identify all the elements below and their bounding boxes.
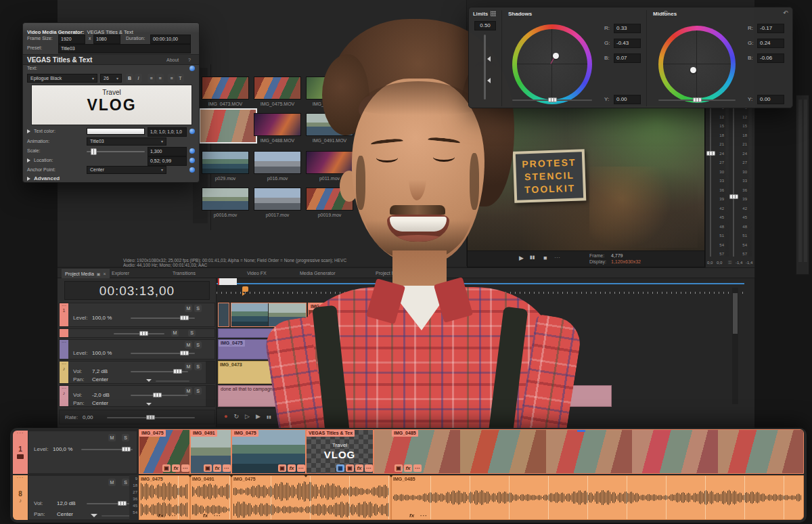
- close-icon[interactable]: ×: [103, 271, 106, 276]
- dock-icon[interactable]: ▣: [97, 271, 101, 276]
- bold-button[interactable]: B: [126, 74, 133, 83]
- solo-button[interactable]: S: [194, 363, 202, 370]
- solo-button[interactable]: S: [194, 387, 202, 395]
- timecode-display[interactable]: 00:03:13,00: [64, 281, 210, 300]
- anchor-point-dropdown[interactable]: Center ▾: [87, 166, 166, 174]
- solo-button[interactable]: S: [188, 330, 196, 336]
- text-color-swatch[interactable]: [87, 128, 145, 135]
- solo-button[interactable]: S: [122, 434, 129, 441]
- mute-button[interactable]: M: [185, 305, 192, 312]
- mute-button[interactable]: M: [185, 363, 192, 370]
- strip-title-clip[interactable]: VEGAS Titles & Tex Travel VLOG ▦ ▣ fx ··…: [306, 429, 374, 474]
- clip-more-button[interactable]: ···: [420, 512, 428, 519]
- track-color-tab[interactable]: ···♪: [60, 362, 68, 383]
- about-link[interactable]: About: [166, 58, 179, 62]
- mute-button[interactable]: M: [185, 341, 192, 349]
- advanced-row[interactable]: Advanced: [23, 175, 199, 183]
- fx-button[interactable]: fx: [203, 512, 208, 519]
- midtones-b-value[interactable]: -0.06: [757, 53, 784, 63]
- animate-icon[interactable]: [189, 167, 195, 173]
- pan-dropdown-arrow[interactable]: [146, 403, 152, 406]
- track-header-1[interactable]: ···1 M S Level: 100,0 %: [59, 303, 215, 327]
- mute-button[interactable]: M: [108, 479, 116, 486]
- mute-button[interactable]: M: [108, 434, 116, 441]
- master-fader-right[interactable]: [733, 106, 734, 257]
- strip-audio-clip[interactable]: IMG_0475 fx ···: [139, 475, 190, 520]
- strip-audio-clip[interactable]: IMG_0491 fx ···: [190, 475, 231, 520]
- clip-more-button[interactable]: ···: [365, 464, 373, 472]
- limits-slider-mark[interactable]: [487, 78, 491, 83]
- pan-dropdown-arrow[interactable]: [146, 379, 152, 382]
- wheel-indicator-dot[interactable]: [690, 67, 696, 73]
- level-slider-handle[interactable]: [139, 331, 148, 336]
- align-right-button[interactable]: ≡: [168, 74, 175, 83]
- animate-icon[interactable]: [189, 158, 195, 163]
- strip-video-clip[interactable]: IMG_0485 ▣ fx ···: [374, 429, 804, 474]
- clip-more-button[interactable]: ···: [181, 464, 189, 472]
- play-from-start-button[interactable]: ▷: [245, 413, 250, 420]
- track-tag[interactable]: Track 1: [218, 278, 237, 285]
- frame-width-field[interactable]: 1920: [58, 35, 85, 44]
- fx-button[interactable]: fx: [213, 464, 221, 472]
- grip-icon[interactable]: ···: [13, 475, 28, 481]
- clip-more-button[interactable]: ···: [297, 464, 305, 472]
- help-icon[interactable]: ?: [188, 58, 191, 62]
- clip-more-button[interactable]: ···: [169, 512, 177, 519]
- strip-audio-header[interactable]: M S Vol: 12,0 dB Pan: Center: [28, 475, 137, 520]
- strip-video-clip[interactable]: IMG_0491 ▣ fx ···: [190, 429, 231, 474]
- master-fader-left[interactable]: [710, 106, 711, 257]
- expand-arrow-icon[interactable]: [27, 158, 30, 162]
- midtones-y-handle[interactable]: [693, 97, 702, 102]
- trim-handle[interactable]: [577, 430, 585, 432]
- strip-video-clip[interactable]: IMG_0475 ▣ fx ···: [139, 429, 190, 474]
- pan-slider[interactable]: [156, 380, 189, 382]
- tab-project-media[interactable]: Project Media ▣ ×: [62, 269, 110, 278]
- preset-field[interactable]: Title03: [58, 44, 191, 53]
- lock-icon[interactable]: ⚿: [728, 260, 731, 265]
- tab-explorer[interactable]: Explorer: [112, 271, 129, 276]
- scrollbar-thumb[interactable]: [733, 293, 738, 334]
- expand-arrow-icon[interactable]: [27, 129, 30, 133]
- level-slider-handle[interactable]: [180, 315, 189, 320]
- strip-audio-color-tab[interactable]: ··· 8 ♪: [13, 475, 28, 520]
- solo-button[interactable]: S: [194, 341, 202, 349]
- location-value[interactable]: 0,52; 0,99: [148, 156, 187, 166]
- shadows-r-value[interactable]: 0.33: [614, 24, 641, 33]
- clip-more-button[interactable]: ···: [413, 464, 422, 472]
- italic-button[interactable]: I: [135, 74, 142, 83]
- track-header-2[interactable]: M S: [59, 328, 215, 338]
- animate-icon[interactable]: [189, 129, 195, 134]
- mute-button[interactable]: M: [185, 387, 192, 395]
- track-color-tab[interactable]: ···♪: [60, 386, 68, 406]
- fx-button[interactable]: fx: [409, 512, 414, 519]
- dialog-titlebar[interactable]: Video Media Generator: VEGAS Titles & Te…: [23, 23, 199, 32]
- shadows-y-handle[interactable]: [548, 97, 557, 102]
- font-family-dropdown[interactable]: Epilogue Black ▾: [27, 74, 97, 83]
- crop-button[interactable]: ▣: [346, 464, 354, 472]
- strip-video-header[interactable]: M S Level: 100,0 %: [28, 431, 137, 474]
- crop-button[interactable]: ▣: [394, 464, 403, 472]
- strip-audio-clip[interactable]: IMG_0475: [231, 475, 391, 520]
- generated-media-button[interactable]: ▦: [336, 464, 344, 472]
- limits-value[interactable]: 0.50: [474, 21, 496, 30]
- limits-slider-mark[interactable]: [487, 56, 491, 62]
- title-preview[interactable]: Travel VLOG: [31, 85, 192, 125]
- crop-button[interactable]: ▣: [278, 464, 286, 472]
- animate-icon[interactable]: [189, 66, 195, 71]
- fx-button[interactable]: fx: [288, 464, 296, 472]
- track-color-tab[interactable]: ···1: [60, 303, 68, 326]
- rate-slider-handle[interactable]: [146, 415, 155, 420]
- align-center-button[interactable]: ≡: [156, 74, 164, 83]
- frame-height-field[interactable]: 1080: [93, 35, 120, 44]
- media-thumb-selected[interactable]: [199, 108, 257, 144]
- midtones-color-wheel[interactable]: [658, 26, 736, 103]
- clip-more-button[interactable]: ···: [223, 464, 231, 472]
- solo-button[interactable]: S: [194, 305, 202, 312]
- strip-video-color-tab[interactable]: ··· 1: [13, 431, 28, 474]
- animate-icon[interactable]: [189, 148, 195, 154]
- media-thumb[interactable]: [202, 151, 249, 174]
- shadows-g-value[interactable]: -0.43: [614, 39, 641, 48]
- timeline-marker[interactable]: [242, 286, 248, 292]
- vol-slider-handle[interactable]: [173, 369, 182, 374]
- track-header-4[interactable]: ···♪ M S Vol: 7,2 dB Pan: Center: [59, 361, 215, 384]
